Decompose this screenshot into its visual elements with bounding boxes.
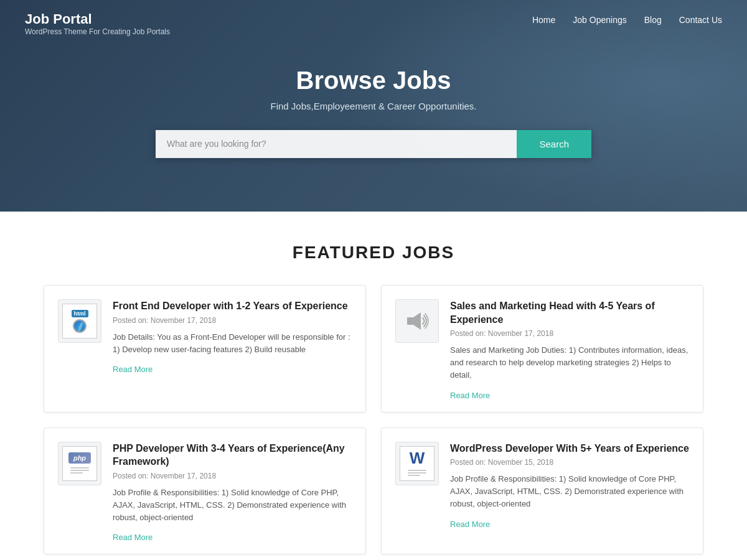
- search-button[interactable]: Search: [517, 130, 591, 158]
- job-title-3: PHP Developer With 3-4 Years of Experien…: [113, 442, 352, 469]
- main-content: FEATURED JOBS html Front End Developer w…: [31, 212, 716, 560]
- nav-link-home[interactable]: Home: [532, 15, 555, 25]
- job-date-2: Posted on: November 17, 2018: [450, 329, 689, 338]
- job-card-2: Sales and Marketing Head with 4-5 Years …: [381, 285, 703, 413]
- job-icon-html: html: [58, 299, 101, 343]
- nav-link-job-openings[interactable]: Job Openings: [573, 15, 626, 25]
- job-card-1: html Front End Developer with 1-2 Years …: [44, 285, 366, 413]
- job-info-2: Sales and Marketing Head with 4-5 Years …: [450, 299, 689, 401]
- job-desc-3: Job Profile & Responsibilities: 1) Solid…: [113, 487, 352, 524]
- read-more-1[interactable]: Read More: [113, 365, 153, 374]
- job-info-1: Front End Developer with 1-2 Years of Ex…: [113, 299, 352, 401]
- job-info-4: WordPress Developer With 5+ Years of Exp…: [450, 442, 689, 543]
- nav-links: Home Job Openings Blog Contact Us: [532, 15, 722, 25]
- search-bar: Search: [156, 130, 591, 158]
- navbar: Job Portal WordPress Theme For Creating …: [0, 0, 747, 36]
- brand-title: Job Portal: [25, 11, 170, 27]
- job-title-1: Front End Developer with 1-2 Years of Ex…: [113, 299, 352, 313]
- brand: Job Portal WordPress Theme For Creating …: [25, 11, 170, 36]
- job-icon-word: W: [395, 442, 439, 485]
- nav-link-contact[interactable]: Contact Us: [679, 15, 722, 25]
- job-desc-2: Sales and Marketing Job Duties: 1) Contr…: [450, 344, 689, 381]
- nav-link-blog[interactable]: Blog: [644, 15, 662, 25]
- job-title-4: WordPress Developer With 5+ Years of Exp…: [450, 442, 689, 455]
- featured-jobs-title: FEATURED JOBS: [44, 243, 703, 263]
- hero-subtitle: Find Jobs,Employeement & Career Opportun…: [0, 101, 747, 111]
- job-card-4: W WordPress Developer With 5+ Years of E…: [381, 427, 703, 555]
- job-card-3: php PHP Developer With 3-4 Years of Expe…: [44, 427, 366, 555]
- brand-subtitle: WordPress Theme For Creating Job Portals: [25, 27, 170, 36]
- read-more-4[interactable]: Read More: [450, 520, 490, 529]
- search-input[interactable]: [156, 130, 517, 158]
- job-desc-1: Job Details: You as a Front-End Develope…: [113, 331, 352, 356]
- svg-rect-1: [407, 317, 413, 325]
- job-desc-4: Job Profile & Responsibilities: 1) Solid…: [450, 473, 689, 510]
- read-more-3[interactable]: Read More: [113, 533, 153, 542]
- job-date-4: Posted on: November 15, 2018: [450, 458, 689, 467]
- job-date-1: Posted on: November 17, 2018: [113, 316, 352, 325]
- hero-section: Job Portal WordPress Theme For Creating …: [0, 0, 747, 212]
- jobs-grid: html Front End Developer with 1-2 Years …: [44, 285, 703, 554]
- job-icon-speaker: [395, 299, 439, 343]
- job-date-3: Posted on: November 17, 2018: [113, 472, 352, 480]
- job-icon-php: php: [58, 442, 101, 485]
- hero-content: Browse Jobs Find Jobs,Employeement & Car…: [0, 54, 747, 158]
- job-title-2: Sales and Marketing Head with 4-5 Years …: [450, 299, 689, 326]
- hero-title: Browse Jobs: [0, 67, 747, 95]
- job-info-3: PHP Developer With 3-4 Years of Experien…: [113, 442, 352, 543]
- read-more-2[interactable]: Read More: [450, 391, 490, 400]
